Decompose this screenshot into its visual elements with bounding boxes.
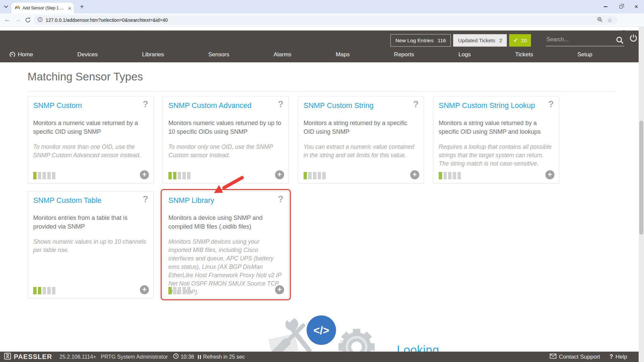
sensor-note: Requires a lookup that contains all poss…	[439, 143, 553, 168]
contact-support-link[interactable]: Contact Support	[550, 354, 600, 360]
paessler-brand[interactable]: PAESSLER	[4, 353, 52, 361]
popularity-bars	[168, 172, 191, 179]
footer-bar: PAESSLER 25.2.106.1114+ PRTG System Admi…	[0, 352, 639, 362]
prtg-header: New Log Entries 116 Updated Tickets 2 ✓ …	[0, 31, 644, 62]
sensor-card: SNMP Custom Advanced?Monitors numeric va…	[163, 96, 289, 183]
new-log-entries-label: New Log Entries	[395, 38, 434, 44]
sensor-card: SNMP Custom Table?Monitors entries from …	[28, 191, 154, 298]
help-link[interactable]: ? Help	[609, 353, 627, 360]
sensor-card: SNMP Custom?Monitors a numeric value ret…	[28, 96, 154, 183]
add-sensor-button[interactable]: +	[275, 285, 284, 294]
popularity-bars	[439, 172, 461, 179]
sensor-description: Monitors a device using SNMP and compile…	[168, 214, 283, 231]
nav-item-tickets[interactable]: Tickets	[515, 49, 534, 60]
add-sensor-button[interactable]: +	[545, 170, 554, 179]
sensor-card: SNMP Library?Monitors a device using SNM…	[163, 191, 289, 298]
header-search	[546, 35, 624, 46]
nav-item-reports[interactable]: Reports	[393, 49, 415, 60]
sensor-title-link[interactable]: SNMP Library	[168, 196, 283, 205]
url-bar[interactable]: 127.0.0.1/addsensor.htm?selection=0&sear…	[34, 15, 617, 25]
logout-power-icon[interactable]	[629, 34, 638, 44]
new-tab-button[interactable]: +	[78, 3, 86, 11]
add-sensor-button[interactable]: +	[140, 170, 149, 179]
sensor-description: Monitors entries from a table that is pr…	[33, 214, 148, 231]
sensor-description: Monitors numeric values returned by up t…	[168, 119, 283, 136]
divider	[28, 91, 616, 92]
help-icon: ?	[609, 353, 613, 360]
help-icon[interactable]: ?	[278, 99, 284, 110]
help-icon[interactable]: ?	[143, 194, 149, 204]
nav-item-maps[interactable]: Maps	[335, 49, 351, 60]
help-icon[interactable]: ?	[143, 99, 149, 110]
refresh-status[interactable]: Refresh in 25 sec	[198, 354, 245, 360]
sensor-title-link[interactable]: SNMP Custom String	[304, 101, 418, 110]
zoom-page-icon[interactable]	[597, 17, 603, 24]
logged-in-user[interactable]: PRTG System Administrator	[101, 354, 168, 360]
add-sensor-button[interactable]: +	[275, 170, 284, 179]
site-info-icon[interactable]	[38, 17, 43, 23]
contact-support-label: Contact Support	[559, 354, 600, 360]
browser-tab[interactable]: Add Sensor (Step 1 of 2) | PRTG ×	[11, 3, 74, 13]
back-button-icon[interactable]: ←	[4, 16, 10, 23]
reload-icon[interactable]	[25, 17, 31, 25]
sensor-title-link[interactable]: SNMP Custom String Lookup	[439, 101, 553, 110]
acknowledged-alarms-badge[interactable]: ✓ 20	[509, 34, 531, 47]
updated-tickets-badge[interactable]: Updated Tickets 2	[453, 34, 507, 47]
tools-illustration: </>	[268, 312, 382, 352]
nav-item-alarms[interactable]: Alarms	[273, 49, 292, 60]
search-icon[interactable]	[615, 36, 624, 46]
sensor-note: To monitor more than one OID, use the SN…	[33, 143, 148, 160]
popularity-bars	[168, 287, 191, 294]
nav-item-libraries[interactable]: Libraries	[141, 49, 164, 60]
page-title: Matching Sensor Types	[28, 70, 143, 83]
highlight-arrow-icon	[209, 176, 244, 194]
new-log-entries-count: 116	[438, 38, 446, 44]
sensor-title-link[interactable]: SNMP Custom	[33, 101, 148, 110]
nav-item-sensors[interactable]: Sensors	[208, 49, 230, 60]
window-close-button[interactable]: ×	[629, 0, 644, 13]
url-text[interactable]: 127.0.0.1/addsensor.htm?selection=0&sear…	[46, 17, 168, 23]
acknowledged-count: 20	[521, 38, 527, 44]
sensor-card: SNMP Custom String Lookup?Monitors a str…	[433, 96, 559, 183]
add-sensor-button[interactable]: +	[140, 285, 149, 294]
nav-item-logs[interactable]: Logs	[458, 49, 472, 60]
popularity-bars	[304, 172, 326, 179]
tab-search-chevron-icon[interactable]	[3, 4, 9, 9]
bookmark-star-icon[interactable]: ☆	[607, 17, 612, 23]
window-restore-button[interactable]	[613, 0, 629, 13]
browser-tabstrip: Add Sensor (Step 1 of 2) | PRTG × + ×	[0, 0, 644, 13]
scrollbar[interactable]	[639, 27, 644, 362]
help-icon[interactable]: ?	[413, 99, 419, 110]
help-label: Help	[615, 354, 627, 360]
nav-item-home[interactable]: Home	[9, 49, 34, 60]
sensor-title-link[interactable]: SNMP Custom Advanced	[168, 101, 283, 110]
prtg-favicon-icon	[15, 5, 20, 11]
paessler-logo-icon	[4, 353, 11, 361]
search-input[interactable]	[546, 35, 613, 43]
browser-toolbar: ← → 127.0.0.1/addsensor.htm?selection=0&…	[0, 13, 644, 27]
scrollbar-thumb[interactable]	[639, 121, 643, 235]
clock-group: 10:38	[173, 353, 194, 360]
help-icon[interactable]: ?	[548, 99, 554, 110]
sensor-cards-row-1: SNMP Custom?Monitors a numeric value ret…	[28, 96, 559, 183]
new-log-entries-badge[interactable]: New Log Entries 116	[390, 34, 451, 47]
clock-icon	[173, 353, 179, 360]
pause-icon[interactable]	[198, 355, 201, 359]
window-minimize-button[interactable]	[598, 0, 613, 13]
check-icon: ✓	[513, 37, 518, 44]
add-sensor-button[interactable]: +	[410, 170, 419, 179]
envelope-icon	[550, 354, 556, 360]
main-nav: HomeDevicesLibrariesSensorsAlarmsMapsRep…	[0, 49, 644, 60]
help-icon[interactable]: ?	[278, 194, 284, 204]
sensor-note: You can extract a numeric value containe…	[304, 143, 418, 160]
forward-button-icon[interactable]: →	[15, 16, 21, 23]
window-controls: ×	[598, 0, 644, 13]
nav-item-setup[interactable]: Setup	[577, 49, 593, 60]
sensor-card: SNMP Custom String?Monitors a string ret…	[298, 96, 424, 183]
sensor-title-link[interactable]: SNMP Custom Table	[33, 196, 148, 205]
code-glyph: </>	[313, 324, 329, 337]
tab-close-icon[interactable]: ×	[68, 6, 71, 11]
popularity-bars	[33, 287, 55, 294]
nav-item-devices[interactable]: Devices	[77, 49, 98, 60]
sensor-description: Monitors a string returned by a specific…	[304, 119, 418, 136]
